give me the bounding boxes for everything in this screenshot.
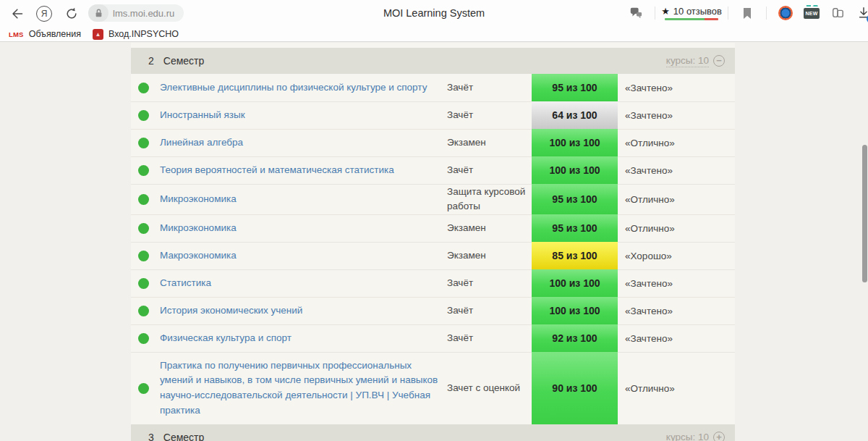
extension-icon [830,7,845,20]
bookmark-button[interactable] [739,4,756,22]
table-row: История экономических учений Зачёт 100 и… [131,297,735,324]
score-cell: 100 из 100 [532,156,618,184]
semester-3-header: 3 Семестр курсы: 10 + [131,424,735,441]
grade-text: «Отлично» [618,352,735,425]
course-link[interactable]: Микроэкономика [160,221,237,236]
assessment-type: Зачёт [447,297,532,324]
lock-icon [88,4,109,22]
course-link[interactable]: Статистика [160,276,211,291]
course-cell: Физическая культура и спорт [160,324,447,352]
feedback-button[interactable] [627,4,644,22]
score-cell: 85 из 100 [532,242,618,269]
new-badge-icon: NEW [804,8,820,19]
status-dot-icon [138,83,149,93]
semester-title: Семестр [163,432,205,441]
assessment-type: Зачет с оценкой [447,352,532,425]
yandex-logo-icon: Я [36,6,52,22]
course-cell: Макроэкономика [160,242,447,269]
bookmarks-bar: LMS Объявления ▲ Вход.INPSYCHO [0,26,868,42]
status-dot-icon [138,165,149,176]
camera-flash-icon [805,5,818,8]
course-link[interactable]: Теория вероятностей и математическая ста… [160,163,394,178]
courses-count-label: курсы: 10 [666,55,709,67]
status-dot-icon [138,223,149,234]
status-cell [131,184,160,214]
table-row: Микроэкономика Защита курсовой работы 95… [131,184,735,214]
course-link[interactable]: Линейная алгебра [160,135,243,151]
course-link[interactable]: Иностранный язык [160,108,245,123]
status-dot-icon [138,194,149,205]
semester-2-collapse-control[interactable]: курсы: 10 − [666,55,725,67]
course-cell: Практика по получению первичных професси… [160,352,447,425]
score-badge: 100 из 100 [532,269,618,297]
assessment-type: Зачёт [447,74,532,101]
table-body: Элективные дисциплины по физической куль… [131,74,735,424]
yandex-home-button[interactable]: Я [35,4,54,23]
grade-text: «Отлично» [618,129,735,156]
collapse-icon: − [713,55,725,67]
grade-text: «Отлично» [618,184,735,214]
score-badge: 90 из 100 [532,352,618,425]
score-badge: 95 из 100 [532,214,618,242]
vertical-scrollbar-thumb[interactable] [862,145,867,282]
assessment-type: Зачёт [447,324,532,352]
course-cell: История экономических учений [160,297,447,324]
rating-bar [665,18,718,20]
score-badge: 100 из 100 [532,129,618,156]
course-link[interactable]: Элективные дисциплины по физической куль… [160,80,427,96]
extension-new-button[interactable]: NEW [803,4,820,22]
grade-text: «Хорошо» [618,242,735,269]
semester-title: Семестр [163,55,205,67]
extension-lens-button[interactable] [777,4,794,22]
status-cell [131,242,160,269]
address-bar[interactable]: lms.moi.edu.ru [88,4,184,22]
assessment-type: Зачёт [447,156,532,184]
status-cell [131,101,160,129]
bookmark-item-lms[interactable]: LMS Объявления [7,29,88,39]
table-row: Практика по получению первичных професси… [131,352,735,425]
score-cell: 95 из 100 [532,74,618,101]
grade-text: «Зачтено» [618,324,735,352]
chat-bubbles-icon [629,7,643,20]
table-row: Теория вероятностей и математическая ста… [131,156,735,184]
grade-text: «Зачтено» [618,74,735,101]
reviews-button[interactable]: ★ 10 отзывов [661,6,722,20]
table-row: Линейная алгебра Экзамен 100 из 100 «Отл… [131,129,735,156]
semester-3-expand-control[interactable]: курсы: 10 + [666,432,725,441]
browser-chrome: Я lms.moi.edu.ru MOI Learning System [0,0,868,42]
score-cell: 95 из 100 [532,184,618,214]
assessment-type: Экзамен [447,129,532,156]
assessment-type: Зачёт [447,269,532,297]
course-link[interactable]: Микроэкономика [160,192,237,207]
downloads-button[interactable]: 2 [855,4,868,22]
expand-icon: + [713,432,725,441]
course-cell: Элективные дисциплины по физической куль… [160,74,447,101]
status-dot-icon [138,110,149,121]
table-row: Элективные дисциплины по физической куль… [131,74,735,101]
course-link[interactable]: Физическая культура и спорт [160,331,292,346]
status-cell [131,324,160,352]
refresh-button[interactable] [62,4,81,23]
status-dot-icon [138,333,149,344]
score-badge: 95 из 100 [532,74,618,101]
back-button[interactable] [7,4,26,23]
grade-text: «Зачтено» [618,156,735,184]
refresh-icon [64,7,79,21]
score-badge: 100 из 100 [532,297,618,324]
toolbar-divider [766,7,767,20]
grades-table: 2 Семестр курсы: 10 − Элективные дисципл… [131,43,735,441]
course-cell: Микроэкономика [160,184,447,214]
course-link[interactable]: История экономических учений [160,303,302,319]
table-row: Макроэкономика Экзамен 85 из 100 «Хорошо… [131,242,735,269]
back-arrow-icon [9,7,24,21]
semester-number: 2 [148,55,154,67]
course-link[interactable]: Практика по получению первичных професси… [160,358,438,419]
bookmark-label: Вход.INPSYCHO [109,29,179,39]
table-row: Статистика Зачёт 100 из 100 «Зачтено» [131,269,735,297]
extension-misc-button[interactable] [829,4,846,22]
score-badge: 100 из 100 [532,156,618,184]
bookmark-item-inpsycho[interactable]: ▲ Вход.INPSYCHO [91,29,186,40]
course-link[interactable]: Макроэкономика [160,248,237,264]
browser-toolbar: Я lms.moi.edu.ru MOI Learning System [0,0,868,26]
assessment-type: Экзамен [447,214,532,242]
